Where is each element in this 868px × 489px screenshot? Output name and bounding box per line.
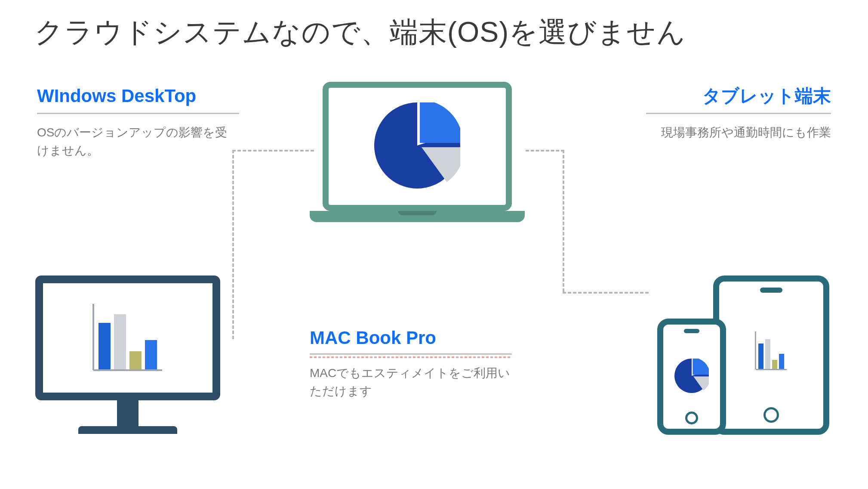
desktop-monitor-icon [35, 275, 220, 434]
page-title: クラウドシステムなので、端末(OS)を選びません [34, 13, 686, 52]
connector-line [563, 150, 564, 292]
mobile-devices-icon [657, 275, 829, 435]
windows-heading: WIndows DeskTop [37, 86, 239, 114]
laptop-screen [323, 82, 512, 211]
tablet-section: タブレット端末 現場事務所や通勤時間にも作業 [646, 86, 831, 142]
tablet-icon [713, 275, 829, 435]
connector-line [526, 150, 564, 152]
tablet-desc: 現場事務所や通勤時間にも作業 [646, 124, 831, 142]
phone-icon [657, 319, 726, 435]
windows-section: WIndows DeskTop OSのバージョンアップの影響を受けません。 [37, 86, 239, 160]
mac-heading: MAC Book Pro [310, 328, 512, 355]
mac-desc: MACでもエスティメイトをご利用いただけます [310, 364, 512, 400]
tablet-heading: タブレット端末 [646, 86, 831, 114]
windows-desc: OSのバージョンアップの影響を受けません。 [37, 124, 239, 160]
monitor-screen [35, 275, 220, 400]
mac-section: MAC Book Pro MACでもエスティメイトをご利用いただけます [310, 328, 512, 400]
bar-chart-icon [98, 310, 157, 370]
connector-line [563, 292, 649, 294]
connector-line [232, 150, 314, 152]
pie-chart-icon [374, 102, 460, 190]
bar-chart-icon [758, 335, 784, 369]
pie-chart-icon [674, 359, 709, 395]
connector-line [232, 150, 234, 339]
laptop-base [310, 211, 525, 222]
